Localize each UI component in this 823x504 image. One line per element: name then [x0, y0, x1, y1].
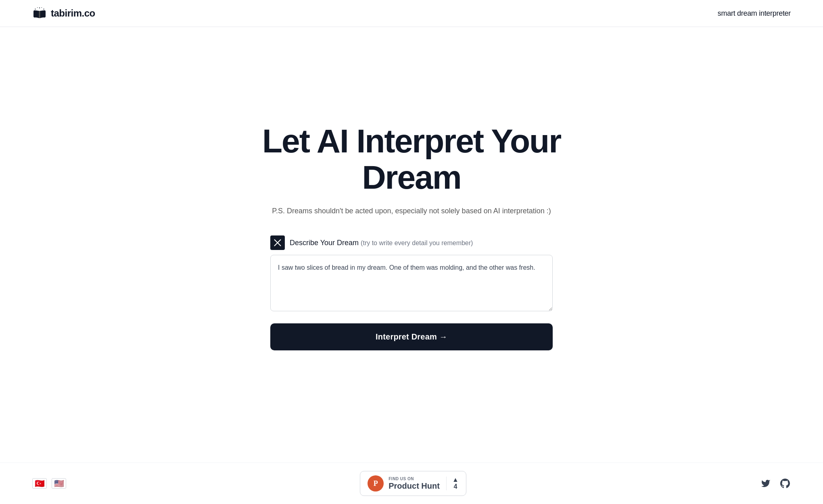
- svg-point-4: [42, 7, 42, 8]
- interpret-button[interactable]: Interpret Dream →: [270, 323, 553, 350]
- product-hunt-badge[interactable]: P FIND US ON Product Hunt ▲ 4: [360, 471, 466, 496]
- book-icon: [32, 7, 47, 19]
- moon-arrow-icon: [274, 239, 282, 247]
- github-icon: [780, 479, 790, 488]
- header: tabirim.co smart dream interpreter: [0, 0, 823, 27]
- svg-point-1: [39, 7, 40, 8]
- twitter-link[interactable]: [760, 478, 771, 489]
- product-hunt-find-us: FIND US ON: [389, 477, 440, 481]
- dream-form: Describe Your Dream (try to write every …: [270, 235, 553, 350]
- product-hunt-vote: ▲ 4: [446, 477, 459, 490]
- twitter-icon: [761, 479, 771, 488]
- github-link[interactable]: [779, 478, 791, 489]
- tagline: smart dream interpreter: [718, 9, 791, 18]
- footer: 🇹🇷 🇺🇸 P FIND US ON Product Hunt ▲ 4: [0, 462, 823, 504]
- flag-english[interactable]: 🇺🇸: [52, 478, 66, 489]
- dream-textarea[interactable]: [270, 255, 553, 311]
- svg-point-0: [35, 8, 36, 9]
- hero-title: Let AI Interpret Your Dream: [230, 123, 593, 196]
- product-hunt-text: FIND US ON Product Hunt: [389, 477, 440, 491]
- svg-rect-5: [39, 11, 40, 18]
- flag-turkish[interactable]: 🇹🇷: [32, 478, 47, 489]
- svg-point-2: [43, 8, 44, 9]
- main-content: Let AI Interpret Your Dream P.S. Dreams …: [0, 27, 823, 462]
- footer-flags: 🇹🇷 🇺🇸: [32, 478, 66, 489]
- logo-text: tabirim.co: [51, 8, 95, 19]
- dream-icon: [270, 235, 285, 250]
- footer-social: [760, 478, 791, 489]
- label-row: Describe Your Dream (try to write every …: [270, 235, 553, 250]
- upvote-arrow: ▲: [452, 477, 459, 483]
- logo-area: tabirim.co: [32, 7, 95, 19]
- vote-count: 4: [453, 483, 457, 490]
- product-hunt-logo: P: [368, 475, 384, 492]
- product-hunt-name: Product Hunt: [389, 481, 440, 491]
- svg-point-3: [37, 7, 38, 8]
- dream-label: Describe Your Dream (try to write every …: [290, 239, 473, 247]
- hero-subtitle: P.S. Dreams shouldn't be acted upon, esp…: [272, 207, 551, 215]
